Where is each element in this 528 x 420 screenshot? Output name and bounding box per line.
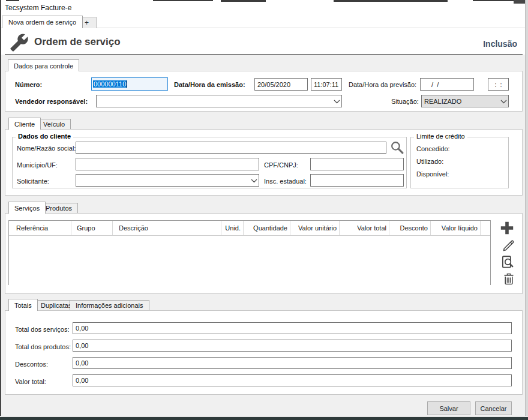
text-caret	[127, 80, 127, 88]
background-window-sliver	[221, 0, 266, 2]
insc-input[interactable]	[310, 174, 404, 187]
previsao-label: Data/Hora da previsão:	[349, 79, 416, 90]
column-header-grupo[interactable]: Grupo	[71, 221, 113, 235]
background-window-sliver	[473, 0, 515, 1]
previsao-time-input[interactable]: : :	[488, 78, 509, 91]
column-header-descricao[interactable]: Descrição	[113, 221, 221, 235]
vendedor-label: Vendedor responsável:	[15, 96, 88, 107]
delete-trash-icon[interactable]	[501, 271, 517, 287]
app-window: { "window_title": "Tecsystem Facture-e",…	[0, 0, 528, 420]
tab-veiculo-label: Veículo	[43, 121, 65, 128]
vendedor-combobox[interactable]	[96, 95, 342, 107]
numero-label: Número:	[15, 79, 42, 90]
disponivel-label: Disponível:	[416, 169, 449, 179]
concedido-label: Concedido:	[416, 143, 450, 154]
wrench-icon	[9, 33, 29, 52]
column-header-valor-total[interactable]: Valor total	[340, 221, 389, 235]
tab-duplicatas-label: Duplicatas	[41, 302, 71, 309]
background-window-sliver	[334, 0, 448, 2]
total-produtos-input[interactable]: 0,00	[73, 340, 512, 352]
numero-selected-text: 000000110	[93, 80, 127, 88]
tab-produtos-label: Produtos	[46, 205, 72, 212]
nome-input[interactable]	[76, 142, 386, 154]
tab-dados-para-controle-label: Dados para controle	[14, 62, 73, 70]
save-button-label: Salvar	[439, 405, 458, 412]
municipio-input[interactable]	[76, 158, 259, 170]
view-details-icon[interactable]	[499, 254, 516, 271]
tab-totais[interactable]: Totais	[8, 299, 38, 311]
save-button[interactable]: Salvar	[427, 401, 470, 415]
column-header-desconto[interactable]: Desconto	[389, 221, 431, 235]
column-header-referencia[interactable]: Referência	[9, 221, 71, 235]
chevron-down-icon	[326, 95, 340, 107]
plus-tab-label: +	[85, 19, 89, 27]
descontos-input[interactable]: 0,00	[73, 357, 512, 369]
tab-totais-label: Totais	[14, 302, 32, 309]
valor-total-label: Valor total:	[15, 376, 46, 387]
nome-label: Nome/Razão social:	[17, 143, 76, 154]
limite-credito-legend: Limite de crédito	[414, 133, 467, 140]
edit-pencil-icon[interactable]	[500, 237, 517, 253]
tab-cliente-label: Cliente	[14, 121, 35, 128]
emissao-label: Data/Hora da emissão:	[174, 79, 245, 90]
window-right-edge	[526, 0, 528, 416]
tab-servicos[interactable]: Serviços	[8, 202, 46, 214]
background-window-sliver	[514, 0, 525, 4]
background-window-sliver	[6, 0, 19, 1]
total-servicos-label: Total dos serviços:	[15, 324, 69, 335]
valor-total-input[interactable]: 0,00	[73, 374, 512, 386]
tab-dados-para-controle[interactable]: Dados para controle	[8, 59, 79, 71]
background-window-sliver	[153, 0, 213, 1]
servicos-table-body[interactable]	[9, 236, 490, 285]
add-item-button[interactable]	[499, 220, 515, 236]
tab-nova-ordem[interactable]: Nova ordem de serviço	[2, 16, 83, 28]
emissao-time-input[interactable]: 11:07:11	[311, 78, 342, 91]
header-separator	[5, 54, 523, 55]
descontos-label: Descontos:	[15, 359, 48, 370]
servicos-table: Referência Grupo Descrição Unid. Quantid…	[8, 220, 491, 285]
utilizado-label: Utilizado:	[416, 156, 443, 167]
tab-informacoes-adicionais-label: Informações adicionais	[76, 302, 143, 309]
mode-badge: Inclusão	[483, 38, 517, 49]
window-title: Tecsystem Facture-e	[5, 2, 71, 13]
municipio-label: Município/UF:	[17, 160, 58, 170]
window-bottom-edge	[0, 417, 528, 420]
column-header-quantidade[interactable]: Quantidade	[244, 221, 290, 235]
previsao-date-input[interactable]: / /	[420, 78, 474, 91]
insc-label: Insc. estadual:	[264, 176, 307, 187]
chevron-down-icon	[493, 95, 507, 107]
solicitante-combobox[interactable]	[76, 174, 259, 187]
emissao-date-input[interactable]: 20/05/2020	[254, 78, 308, 91]
window-left-edge	[0, 0, 1, 420]
servicos-table-header: Referência Grupo Descrição Unid. Quantid…	[9, 221, 490, 236]
total-servicos-input[interactable]: 0,00	[73, 322, 512, 334]
situacao-value: REALIZADO	[424, 98, 461, 105]
situacao-combobox[interactable]: REALIZADO	[421, 95, 509, 107]
situacao-label: Situação:	[391, 96, 419, 107]
tab-informacoes-adicionais[interactable]: Informações adicionais	[70, 300, 149, 310]
total-produtos-label: Total dos produtos:	[15, 341, 71, 352]
tab-nova-ordem-label: Nova ordem de serviço	[8, 17, 76, 28]
tab-veiculo[interactable]: Veículo	[37, 119, 71, 129]
cpf-input[interactable]	[310, 158, 404, 170]
page-title: Ordem de serviço	[34, 37, 121, 47]
column-header-valor-unitario[interactable]: Valor unitário	[290, 221, 340, 235]
tab-cliente[interactable]: Cliente	[8, 118, 41, 130]
numero-input[interactable]: 000000110	[91, 77, 168, 91]
cancel-button-label: Cancelar	[480, 405, 506, 412]
cpf-label: CPF/CNPJ:	[264, 160, 298, 170]
chevron-down-icon	[244, 174, 257, 187]
column-header-valor-liquido[interactable]: Valor líquido	[431, 221, 481, 235]
solicitante-label: Solicitante:	[17, 176, 49, 187]
tab-servicos-label: Serviços	[14, 205, 40, 212]
column-header-unid[interactable]: Unid.	[221, 221, 244, 235]
dados-cliente-legend: Dados do cliente	[16, 133, 73, 140]
search-icon[interactable]	[389, 139, 405, 155]
cancel-button[interactable]: Cancelar	[475, 401, 512, 415]
column-header-filler	[481, 221, 490, 235]
